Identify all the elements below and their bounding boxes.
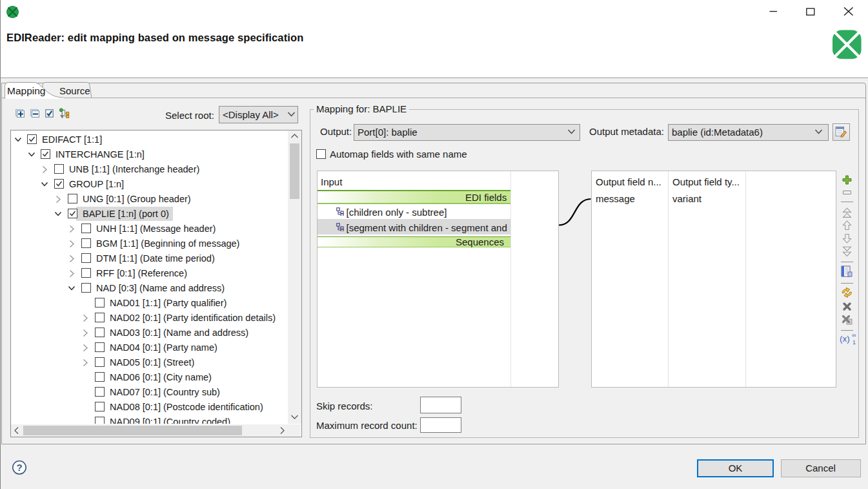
svg-text:?: ? — [16, 462, 22, 473]
